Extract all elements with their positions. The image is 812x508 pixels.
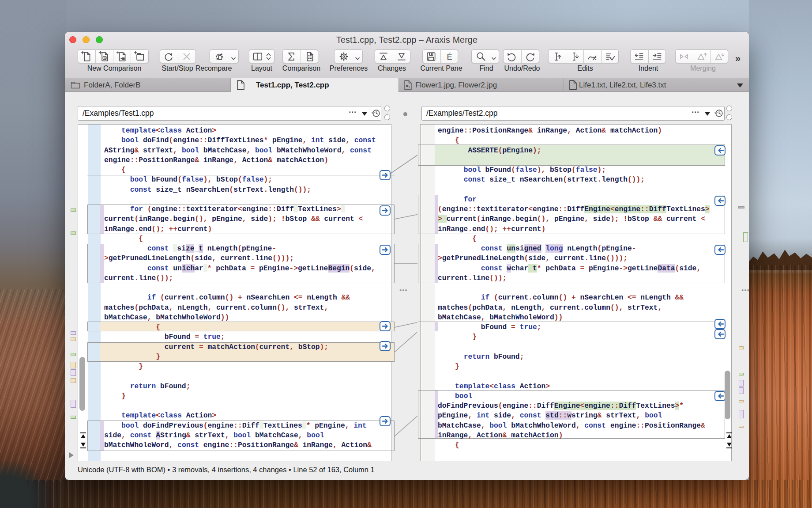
svg-text:01: 01 bbox=[103, 57, 106, 59]
svg-text:É: É bbox=[447, 52, 452, 61]
